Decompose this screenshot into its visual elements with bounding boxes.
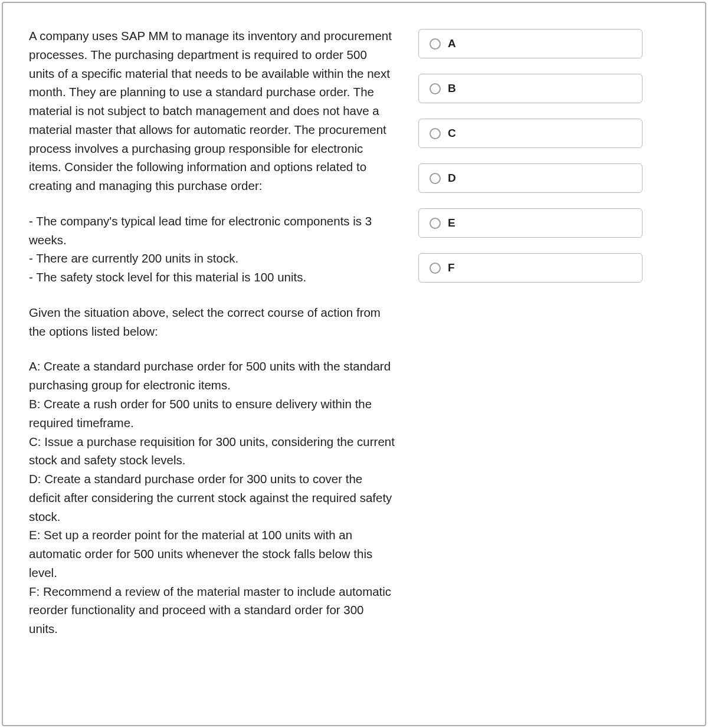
answer-option-c[interactable]: C: [418, 119, 643, 148]
gap: [29, 340, 395, 357]
gap: [29, 287, 395, 303]
bullet-current-stock: - There are currently 200 units in stock…: [29, 249, 395, 268]
gap: [29, 195, 395, 212]
answer-choices: A B C D E F: [418, 27, 643, 701]
question-card: A company uses SAP MM to manage its inve…: [2, 2, 706, 726]
option-text-b: B: Create a rush order for 500 units to …: [29, 395, 395, 432]
answer-option-e[interactable]: E: [418, 208, 643, 238]
radio-unchecked-icon: [430, 83, 441, 94]
answer-label: C: [448, 127, 456, 140]
answer-label: D: [448, 172, 456, 185]
option-text-e: E: Set up a reorder point for the materi…: [29, 526, 395, 582]
option-text-a: A: Create a standard purchase order for …: [29, 357, 395, 395]
option-text-c: C: Issue a purchase requisition for 300 …: [29, 432, 395, 470]
radio-unchecked-icon: [430, 128, 441, 139]
radio-unchecked-icon: [430, 38, 441, 50]
answer-option-d[interactable]: D: [418, 163, 643, 193]
bullet-safety-stock: - The safety stock level for this materi…: [29, 268, 395, 287]
option-text-d: D: Create a standard purchase order for …: [29, 470, 395, 526]
answer-label: B: [448, 82, 456, 95]
radio-unchecked-icon: [430, 173, 441, 184]
question-prompt: Given the situation above, select the co…: [29, 303, 395, 341]
question-intro: A company uses SAP MM to manage its inve…: [29, 27, 395, 195]
answer-label: F: [448, 261, 455, 274]
option-text-f: F: Recommend a review of the material ma…: [29, 582, 395, 638]
answer-option-a[interactable]: A: [418, 29, 643, 58]
answer-label: A: [448, 37, 456, 50]
answer-option-f[interactable]: F: [418, 253, 643, 283]
answer-option-b[interactable]: B: [418, 74, 643, 103]
radio-unchecked-icon: [430, 218, 441, 229]
bullet-lead-time: - The company's typical lead time for el…: [29, 212, 395, 250]
radio-unchecked-icon: [430, 263, 441, 274]
question-body: A company uses SAP MM to manage its inve…: [29, 27, 395, 701]
answer-label: E: [448, 217, 455, 229]
